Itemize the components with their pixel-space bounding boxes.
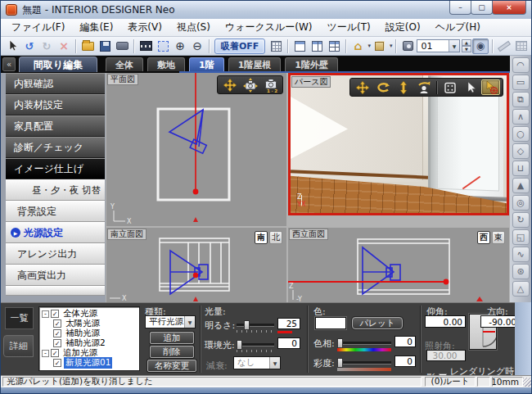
add-button[interactable]: 追加 bbox=[150, 332, 194, 344]
maximize-button[interactable]: ▢ bbox=[471, 1, 493, 15]
camera-move-button[interactable] bbox=[241, 77, 259, 93]
type-dropdown[interactable]: 平行光源 ▼ bbox=[145, 315, 196, 328]
tab-floor1-wall[interactable]: 1階外壁 bbox=[285, 57, 338, 71]
tree-checkbox[interactable]: ✓ bbox=[53, 319, 61, 328]
sidebar-item-day-night-switch[interactable]: 昼・夕・夜 切替 bbox=[6, 179, 105, 201]
tree-checkbox[interactable]: ✓ bbox=[51, 349, 59, 357]
tab-detail[interactable]: 詳細 bbox=[3, 335, 34, 357]
home-button[interactable]: ⌂ bbox=[349, 38, 366, 54]
grid-button[interactable] bbox=[268, 38, 284, 54]
ambient-value[interactable]: 0 bbox=[277, 337, 300, 349]
menu-tools[interactable]: ツール(T) bbox=[320, 19, 378, 36]
viewport-west-elevation[interactable]: 西立面図 西 東 bbox=[288, 228, 509, 302]
brightness-value[interactable]: 25 bbox=[277, 318, 300, 329]
madori-edit-button[interactable]: 間取り編集 bbox=[19, 57, 97, 72]
rotate-object-icon[interactable]: ↻ bbox=[512, 212, 530, 228]
sidebar-item-naikan-kakunin[interactable]: 内観確認 bbox=[6, 73, 105, 94]
print-button[interactable] bbox=[114, 38, 130, 54]
open-button[interactable] bbox=[79, 38, 96, 54]
preset-spinner[interactable]: ▲ ▼ bbox=[462, 39, 471, 52]
display-mode-button[interactable] bbox=[440, 79, 459, 95]
sidebar-item-naisouzai-settei[interactable]: 内装材設定 bbox=[6, 94, 105, 115]
menu-viewpoint[interactable]: 視点(S) bbox=[169, 19, 218, 36]
capture-button[interactable] bbox=[399, 38, 416, 54]
tab-floor1-roof[interactable]: 1階屋根 bbox=[228, 57, 282, 71]
elevate-tool-button[interactable] bbox=[394, 79, 413, 95]
menu-walkthrough[interactable]: ウォークスルー(W) bbox=[218, 19, 320, 36]
select-light-button[interactable] bbox=[481, 79, 500, 95]
parts-group-icon[interactable]: ⧉ bbox=[512, 92, 530, 107]
layout-split4-button[interactable] bbox=[326, 38, 342, 54]
tree-checkbox[interactable]: ✓ bbox=[53, 339, 61, 347]
orbit-tool-button[interactable] bbox=[373, 79, 392, 95]
copy-dropdown-arrow[interactable]: ▾ bbox=[390, 43, 393, 49]
awning-icon[interactable]: ◠ bbox=[512, 57, 530, 73]
viewport-perspective[interactable]: Z YX パース図 bbox=[288, 73, 509, 215]
tab-whole[interactable]: 全体 bbox=[106, 57, 143, 71]
saturation-slider-thumb[interactable] bbox=[337, 358, 343, 368]
north-button[interactable]: 北 bbox=[269, 231, 282, 244]
sidebar-item-hq-output[interactable]: 高画質出力 bbox=[6, 265, 105, 286]
copy-object-button[interactable] bbox=[372, 38, 388, 54]
cylinder-icon[interactable]: ⊔ bbox=[512, 161, 530, 176]
move-object-icon[interactable]: ◱ bbox=[512, 229, 530, 245]
select-tool-button[interactable] bbox=[4, 38, 20, 54]
viewport-south-elevation[interactable]: 南立面図 南 北 bbox=[106, 228, 286, 302]
collapse-sidebar-button[interactable]: « bbox=[2, 57, 16, 71]
hue-slider-thumb[interactable] bbox=[337, 338, 343, 348]
tree-checkbox[interactable]: ✓ bbox=[51, 310, 59, 318]
tab-floor1[interactable]: 1階 bbox=[189, 57, 224, 71]
select-object-button[interactable] bbox=[461, 79, 480, 95]
direction-value[interactable]: -90.00 bbox=[480, 315, 520, 328]
torus-icon[interactable]: ◎ bbox=[512, 195, 530, 211]
ambient-slider[interactable] bbox=[237, 343, 274, 346]
spinner-up-icon[interactable]: ▲ bbox=[462, 39, 471, 46]
sphere-icon[interactable]: ○ bbox=[512, 126, 530, 142]
cone-icon[interactable]: ▲ bbox=[512, 178, 530, 193]
ambient-slider-thumb[interactable] bbox=[237, 340, 242, 350]
spinner-down-icon[interactable]: ▼ bbox=[462, 46, 471, 52]
sidebar-item-shindan-check[interactable]: 診断／チェック bbox=[6, 137, 105, 158]
save-button[interactable] bbox=[97, 38, 113, 54]
combobox-dropdown-arrow[interactable]: ▼ bbox=[449, 40, 459, 52]
palette-button[interactable]: パレット bbox=[352, 317, 403, 329]
snap-toggle-button[interactable]: 吸着OFF bbox=[214, 38, 265, 54]
render-view-button[interactable]: ◉ bbox=[472, 38, 489, 54]
panel-icon[interactable]: ▭ bbox=[512, 75, 530, 90]
minimize-button[interactable]: – bbox=[449, 1, 471, 15]
sidebar-item-light-source[interactable]: ▶ 光源設定 bbox=[6, 222, 105, 243]
south-button[interactable]: 南 bbox=[255, 231, 268, 244]
color-swatch[interactable] bbox=[315, 317, 346, 329]
sidebar-item-arrange-output[interactable]: アレンジ出力 bbox=[6, 243, 105, 265]
region-select-button[interactable] bbox=[155, 38, 171, 54]
sidebar-item-image-shiage[interactable]: イメージ仕上げ bbox=[6, 158, 105, 179]
pan-tool-button[interactable] bbox=[353, 79, 372, 95]
saturation-value[interactable]: 0 bbox=[394, 356, 416, 367]
hue-value[interactable]: 0 bbox=[394, 336, 416, 347]
sidebar-item-kagu-haichi[interactable]: 家具配置 bbox=[6, 115, 105, 137]
cube-icon[interactable]: ◇ bbox=[512, 143, 530, 159]
tab-site[interactable]: 敷地 bbox=[147, 57, 185, 71]
tree-item-shinki[interactable]: ✓ 新規光源01 bbox=[42, 358, 139, 368]
viewport-plan[interactable]: 平面図 YX bbox=[106, 73, 286, 226]
zoom-in-button[interactable]: ⊕ bbox=[172, 38, 188, 54]
brightness-slider-thumb[interactable] bbox=[244, 320, 250, 330]
resize-grip[interactable] bbox=[523, 378, 532, 387]
pan-tool-button[interactable] bbox=[220, 77, 239, 93]
brightness-slider[interactable] bbox=[237, 324, 274, 327]
sidebar-item-partial[interactable] bbox=[6, 286, 105, 296]
rename-button[interactable]: 名称変更 bbox=[147, 360, 196, 372]
look-around-button[interactable] bbox=[414, 79, 433, 95]
west-button[interactable]: 西 bbox=[477, 231, 490, 244]
fan-icon[interactable]: ⊛ bbox=[512, 264, 530, 279]
tree-checkbox[interactable]: ✓ bbox=[53, 359, 61, 367]
home-dropdown-arrow[interactable]: ▾ bbox=[367, 43, 371, 49]
tree-checkbox[interactable]: ✓ bbox=[53, 329, 61, 337]
camera-switch-button[interactable] bbox=[261, 77, 280, 93]
elevation-value[interactable]: 0.00 bbox=[425, 315, 466, 328]
east-button[interactable]: 東 bbox=[492, 231, 505, 244]
sidebar-item-background[interactable]: 背景設定 bbox=[6, 201, 105, 222]
roof-icon[interactable]: ∧ bbox=[512, 109, 530, 125]
tree-item-label-selected[interactable]: 新規光源01 bbox=[64, 357, 112, 369]
hue-slider[interactable] bbox=[337, 342, 391, 345]
